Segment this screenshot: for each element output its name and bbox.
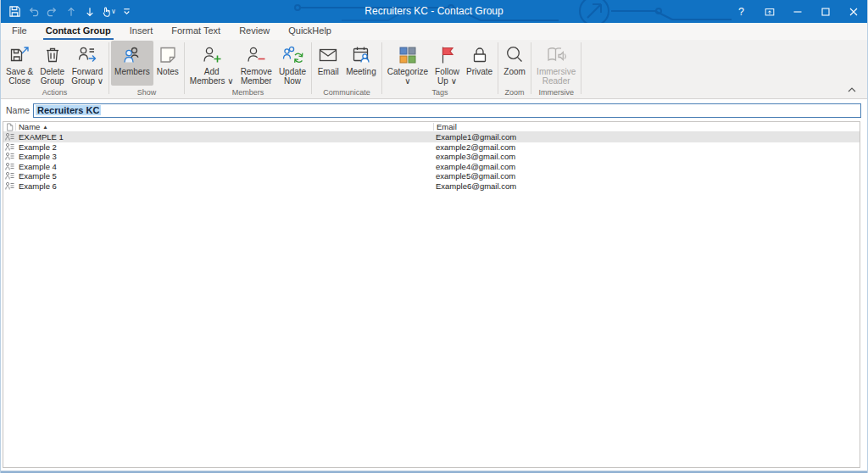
ribbon-separator <box>581 42 581 94</box>
meeting-icon <box>350 43 372 66</box>
member-email: Example1@gmail.com <box>433 132 860 142</box>
members-list-header: Name ▲ Email <box>3 122 860 132</box>
email-button[interactable]: Email <box>314 41 342 86</box>
outlook-contact-group-window: ∨ Recruiters KC - Contact Group ? <box>0 0 868 473</box>
button-label: Remove <box>241 67 272 76</box>
close-button[interactable] <box>839 0 867 23</box>
maximize-button[interactable] <box>811 0 839 23</box>
touch-mode-dropdown-icon[interactable]: ∨ <box>111 8 116 15</box>
button-label: Members ∨ <box>190 76 234 86</box>
name-field-row: Name Recruiters KC <box>1 99 867 121</box>
item-type-column-icon[interactable] <box>3 123 16 131</box>
members-button[interactable]: Members <box>111 41 153 86</box>
button-label: Members <box>114 67 150 76</box>
column-header-email[interactable]: Email <box>433 123 860 131</box>
title-bar: ∨ Recruiters KC - Contact Group ? <box>1 0 867 23</box>
ribbon-separator <box>184 42 185 94</box>
remove-member-icon <box>245 43 267 66</box>
follow-up-button[interactable]: FollowUp ∨ <box>431 41 463 86</box>
update-now-button[interactable]: UpdateNow <box>275 41 309 86</box>
ribbon-group-actions: Save &Close DeleteGroup <box>3 41 107 98</box>
contact-card-icon <box>3 152 16 161</box>
update-now-icon <box>281 43 303 66</box>
ribbon-separator <box>311 42 312 94</box>
save-close-icon <box>8 43 31 66</box>
member-name: Example 3 <box>16 152 433 161</box>
immersive-reader-icon <box>545 43 567 66</box>
member-row[interactable]: Example 3 example3@gmail.com <box>3 152 860 162</box>
button-label: Group <box>41 76 64 86</box>
redo-icon[interactable] <box>43 2 61 21</box>
window-controls: ? <box>727 0 867 23</box>
ribbon-group-immersive: ImmersiveReader Immersive <box>533 41 579 98</box>
forward-group-icon <box>76 43 98 66</box>
tab-review[interactable]: Review <box>236 25 272 40</box>
member-row[interactable]: Example 2 example2@gmail.com <box>3 142 860 153</box>
delete-group-button[interactable]: DeleteGroup <box>36 41 68 86</box>
remove-member-button[interactable]: RemoveMember <box>237 41 275 86</box>
contact-card-icon <box>3 181 16 191</box>
undo-icon[interactable] <box>25 2 42 21</box>
private-button[interactable]: Private <box>463 41 496 86</box>
notes-icon <box>157 43 179 66</box>
zoom-button[interactable]: Zoom <box>500 41 529 86</box>
ribbon-display-options-button[interactable] <box>755 0 783 23</box>
tab-quickhelp[interactable]: QuickHelp <box>286 25 334 40</box>
button-label: Forward <box>72 67 103 76</box>
ribbon-separator <box>498 42 498 94</box>
customize-qat-icon[interactable] <box>118 2 136 21</box>
button-label: Reader <box>542 76 570 86</box>
column-header-name[interactable]: Name ▲ <box>16 122 433 131</box>
ribbon-separator <box>381 42 382 94</box>
ribbon-group-label: Immersive <box>538 86 574 98</box>
minimize-button[interactable] <box>783 0 811 23</box>
tab-contact-group[interactable]: Contact Group <box>43 25 114 40</box>
ribbon-group-label: Tags <box>431 86 448 98</box>
help-button[interactable]: ? <box>727 0 755 23</box>
save-icon[interactable] <box>6 2 24 21</box>
members-icon <box>121 43 143 66</box>
ribbon-group-show: Members Notes Show <box>111 41 182 98</box>
categorize-icon <box>397 43 419 66</box>
member-name: Example 6 <box>16 181 433 191</box>
magnifier-icon <box>504 43 526 66</box>
button-label: Meeting <box>346 67 376 76</box>
member-email: example5@gmail.com <box>433 171 860 181</box>
member-row[interactable]: EXAMPLE 1 Example1@gmail.com <box>3 132 860 142</box>
member-name: Example 2 <box>16 142 433 152</box>
save-close-button[interactable]: Save &Close <box>3 41 36 86</box>
move-down-icon[interactable] <box>81 2 98 21</box>
categorize-button[interactable]: Categorize∨ <box>384 41 431 86</box>
delete-icon <box>42 43 64 66</box>
group-name-input[interactable]: Recruiters KC <box>33 103 861 118</box>
collapse-ribbon-button[interactable] <box>845 85 859 95</box>
member-row[interactable]: Example 6 Example6@gmail.com <box>3 181 860 192</box>
touch-mode-icon[interactable]: ∨ <box>99 2 117 21</box>
ribbon-group-label: Communicate <box>323 86 370 98</box>
column-header-label: Name <box>19 122 40 131</box>
ribbon: Save &Close DeleteGroup <box>1 40 867 99</box>
tab-format-text[interactable]: Format Text <box>169 25 223 40</box>
ribbon-group-label: Members <box>232 86 264 98</box>
ribbon-separator <box>531 42 531 94</box>
member-email: example4@gmail.com <box>433 162 860 171</box>
button-label: Immersive <box>537 67 576 76</box>
meeting-button[interactable]: Meeting <box>342 41 380 86</box>
sort-ascending-icon: ▲ <box>42 124 47 130</box>
ribbon-separator <box>108 42 109 94</box>
move-up-icon[interactable] <box>62 2 80 21</box>
tab-insert[interactable]: Insert <box>127 25 156 40</box>
button-label: Update <box>279 67 306 76</box>
group-name-value: Recruiters KC <box>36 105 101 115</box>
member-email: Example6@gmail.com <box>433 181 860 191</box>
forward-group-button[interactable]: ForwardGroup ∨ <box>68 41 107 86</box>
member-name: EXAMPLE 1 <box>16 132 433 142</box>
member-row[interactable]: Example 5 example5@gmail.com <box>3 171 860 181</box>
tab-file[interactable]: File <box>9 25 30 40</box>
member-row[interactable]: Example 4 example4@gmail.com <box>3 162 860 172</box>
notes-button[interactable]: Notes <box>153 41 182 86</box>
ribbon-tab-row: File Contact Group Insert Format Text Re… <box>1 23 867 40</box>
add-members-button[interactable]: AddMembers ∨ <box>186 41 237 86</box>
button-label: Close <box>8 76 31 86</box>
quick-access-toolbar: ∨ <box>1 2 136 21</box>
